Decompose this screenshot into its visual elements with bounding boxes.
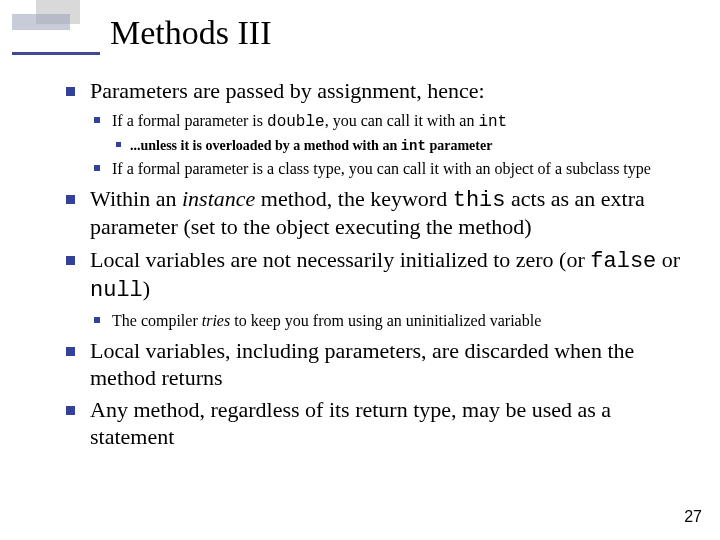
page-number: 27 bbox=[684, 508, 702, 526]
text-run: The compiler bbox=[112, 312, 202, 329]
bullet-l1: Local variables, including parameters, a… bbox=[64, 338, 690, 392]
bullet-l1: Within an instance method, the keyword t… bbox=[64, 186, 690, 242]
bullet-l1: Local variables are not necessarily init… bbox=[64, 247, 690, 331]
bullet-l2: The compiler tries to keep you from usin… bbox=[90, 311, 690, 332]
bullet-l1: Parameters are passed by assignment, hen… bbox=[64, 78, 690, 180]
title-decoration bbox=[12, 0, 88, 56]
bullet-text: Local variables, including parameters, a… bbox=[90, 338, 634, 390]
em-run: instance bbox=[182, 186, 255, 211]
deco-underline bbox=[12, 52, 100, 55]
code-run: this bbox=[453, 188, 506, 213]
bullet-l1: Any method, regardless of its return typ… bbox=[64, 397, 690, 451]
code-run: double bbox=[267, 113, 325, 131]
slide-body: Parameters are passed by assignment, hen… bbox=[64, 78, 690, 457]
bullet-text: Parameters are passed by assignment, hen… bbox=[90, 78, 485, 103]
code-run: int bbox=[478, 113, 507, 131]
code-run: int bbox=[401, 138, 426, 154]
text-run: , you can call it with an bbox=[325, 112, 479, 129]
code-run: false bbox=[590, 249, 656, 274]
text-run: parameter bbox=[426, 138, 492, 153]
code-run: null bbox=[90, 278, 143, 303]
bullet-l2: If a formal parameter is a class type, y… bbox=[90, 159, 690, 180]
bullet-l2: If a formal parameter is double, you can… bbox=[90, 111, 690, 155]
bullet-l3: ...unless it is overloaded by a method w… bbox=[112, 137, 690, 155]
text-run: Local variables are not necessarily init… bbox=[90, 247, 590, 272]
text-run: ...unless it is overloaded by a method w… bbox=[130, 138, 401, 153]
text-run: method, the keyword bbox=[255, 186, 452, 211]
text-run: to keep you from using an uninitialized … bbox=[230, 312, 541, 329]
text-run: ) bbox=[143, 276, 150, 301]
em-run: tries bbox=[202, 312, 230, 329]
bullet-text: If a formal parameter is a class type, y… bbox=[112, 160, 651, 177]
slide-title: Methods III bbox=[110, 14, 271, 52]
text-run: or bbox=[656, 247, 680, 272]
bullet-text: Any method, regardless of its return typ… bbox=[90, 397, 611, 449]
deco-block bbox=[12, 14, 70, 30]
text-run: If a formal parameter is bbox=[112, 112, 267, 129]
text-run: Within an bbox=[90, 186, 182, 211]
slide: Methods III Parameters are passed by ass… bbox=[0, 0, 720, 540]
